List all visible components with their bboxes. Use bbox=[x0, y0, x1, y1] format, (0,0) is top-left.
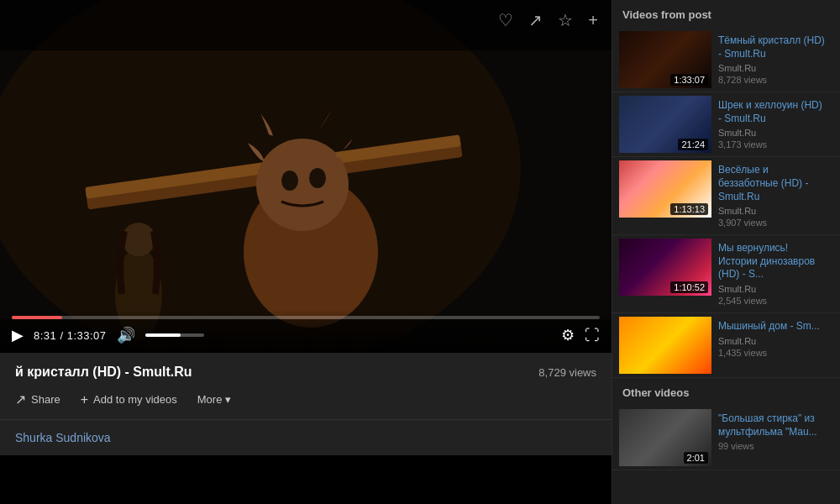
volume-button[interactable]: 🔊 bbox=[117, 326, 135, 344]
sidebar-views: 8,728 views bbox=[718, 75, 827, 85]
time-display: 8:31 / 1:33:07 bbox=[34, 329, 107, 342]
other-videos-list: 2:01 "Большая стирка" из мультфильма "Мa… bbox=[612, 406, 840, 470]
progress-bar[interactable] bbox=[12, 316, 600, 319]
share-button-top[interactable]: ↗ bbox=[528, 10, 543, 30]
other-videos-title: Other videos bbox=[612, 378, 840, 406]
add-button-top[interactable]: + bbox=[588, 11, 598, 30]
video-title-row: й кристалл (HD) - Smult.Ru 8,729 views bbox=[15, 365, 596, 380]
volume-fill bbox=[145, 333, 181, 337]
controls-row: ▶ 8:31 / 1:33:07 🔊 ⚙ ⛶ bbox=[12, 326, 600, 344]
sidebar-video-item[interactable]: 21:24 Шрек и хеллоуин (HD) - Smult.Ru Sm… bbox=[612, 92, 840, 157]
thumbnail-duration: 2:01 bbox=[684, 452, 708, 464]
video-title: й кристалл (HD) - Smult.Ru bbox=[15, 365, 192, 380]
sidebar-video-item[interactable]: 1:10:52 Мы вернулись! Истории динозавров… bbox=[612, 235, 840, 313]
play-pause-button[interactable]: ▶ bbox=[12, 326, 24, 344]
video-thumbnail: 2:01 bbox=[619, 409, 711, 466]
video-meta: Шрек и хеллоуин (HD) - Smult.Ru Smult.Ru… bbox=[711, 96, 833, 153]
sidebar-video-item[interactable]: 1:33:07 Тёмный кристалл (HD) - Smult.Ru … bbox=[612, 28, 840, 92]
sidebar-video-title: Мышиный дом - Sm... bbox=[718, 320, 827, 333]
video-thumbnail: 1:13:13 bbox=[619, 160, 711, 218]
sidebar-channel: Smult.Ru bbox=[718, 284, 827, 294]
sidebar-video-title: Тёмный кристалл (HD) - Smult.Ru bbox=[718, 34, 827, 60]
sidebar-views: 3,907 views bbox=[718, 218, 827, 228]
from-post-title: Videos from post bbox=[612, 0, 840, 28]
video-frame-art bbox=[0, 0, 612, 353]
video-info-bar: й кристалл (HD) - Smult.Ru 8,729 views ↗… bbox=[0, 353, 612, 420]
sidebar-video-title: Мы вернулись! Истории динозавров (HD) - … bbox=[718, 242, 827, 281]
sidebar-views: 2,545 views bbox=[718, 296, 827, 306]
volume-slider[interactable] bbox=[145, 333, 204, 337]
share-icon: ↗ bbox=[15, 391, 26, 407]
more-button[interactable]: More ▾ bbox=[197, 390, 232, 409]
more-label: More bbox=[197, 393, 223, 406]
video-thumbnail: 1:33:07 bbox=[619, 31, 711, 88]
svg-point-9 bbox=[309, 168, 326, 188]
video-bottom-bar: ▶ 8:31 / 1:33:07 🔊 ⚙ ⛶ bbox=[0, 309, 612, 353]
video-meta: Весёлые и беззаботные (HD) - Smult.Ru Sm… bbox=[711, 160, 833, 231]
video-container[interactable]: ♡ ↗ ☆ + ▶ 8:31 / 1:33:07 🔊 bbox=[0, 0, 612, 353]
like-button[interactable]: ♡ bbox=[498, 10, 513, 30]
sidebar-views: 1,435 views bbox=[718, 348, 827, 358]
share-label: Share bbox=[31, 393, 60, 406]
star-button[interactable]: ☆ bbox=[558, 10, 573, 30]
sidebar-video-title: Шрек и хеллоуин (HD) - Smult.Ru bbox=[718, 99, 827, 125]
player-section: ♡ ↗ ☆ + ▶ 8:31 / 1:33:07 🔊 bbox=[0, 0, 612, 504]
sidebar-video-item[interactable]: Мышиный дом - Sm... Smult.Ru 1,435 views bbox=[612, 313, 840, 378]
sidebar-views: 99 views bbox=[718, 441, 827, 451]
video-meta: Мышиный дом - Sm... Smult.Ru 1,435 views bbox=[711, 317, 833, 374]
add-label: Add to my videos bbox=[93, 393, 177, 406]
video-thumbnail: 21:24 bbox=[619, 96, 711, 153]
video-thumbnail: 1:10:52 bbox=[619, 239, 711, 296]
svg-point-7 bbox=[256, 139, 349, 231]
thumbnail-duration: 1:13:13 bbox=[670, 203, 708, 215]
chevron-down-icon: ▾ bbox=[225, 393, 231, 406]
thumbnail-duration: 21:24 bbox=[678, 139, 708, 150]
sidebar-video-item[interactable]: 2:01 "Большая стирка" из мультфильма "Мa… bbox=[612, 406, 840, 470]
sidebar-channel: Smult.Ru bbox=[718, 63, 827, 73]
sidebar: Videos from post 1:33:07 Тёмный кристалл… bbox=[612, 0, 840, 504]
video-meta: Мы вернулись! Истории динозавров (HD) - … bbox=[711, 239, 833, 309]
share-button[interactable]: ↗ Share bbox=[15, 388, 71, 411]
from-post-list: 1:33:07 Тёмный кристалл (HD) - Smult.Ru … bbox=[612, 28, 840, 378]
sidebar-video-item[interactable]: 1:13:13 Весёлые и беззаботные (HD) - Smu… bbox=[612, 157, 840, 235]
plus-icon: + bbox=[81, 392, 88, 407]
video-views: 8,729 views bbox=[538, 366, 596, 379]
add-to-videos-button[interactable]: + Add to my videos bbox=[81, 389, 187, 411]
fullscreen-button[interactable]: ⛶ bbox=[585, 327, 600, 344]
video-actions-row: ↗ Share + Add to my videos More ▾ bbox=[15, 388, 596, 411]
sidebar-channel: Smult.Ru bbox=[718, 128, 827, 138]
sidebar-channel: Smult.Ru bbox=[718, 336, 827, 346]
author-name[interactable]: Shurka Sudnikova bbox=[15, 431, 111, 444]
svg-point-5 bbox=[122, 223, 155, 256]
thumbnail-duration: 1:33:07 bbox=[670, 74, 708, 86]
video-meta: Тёмный кристалл (HD) - Smult.Ru Smult.Ru… bbox=[711, 31, 833, 88]
thumbnail-duration: 1:10:52 bbox=[670, 281, 708, 293]
video-thumbnail bbox=[619, 317, 711, 374]
video-top-controls: ♡ ↗ ☆ + bbox=[498, 10, 598, 30]
sidebar-views: 3,173 views bbox=[718, 139, 827, 150]
video-meta: "Большая стирка" из мультфильма "Мau... … bbox=[711, 409, 833, 466]
total-time: 1:33:07 bbox=[67, 329, 107, 342]
time-separator: / bbox=[60, 329, 66, 342]
sidebar-video-title: "Большая стирка" из мультфильма "Мau... bbox=[718, 412, 827, 438]
author-bar: Shurka Sudnikova bbox=[0, 420, 612, 455]
progress-fill bbox=[12, 316, 62, 319]
svg-point-8 bbox=[281, 171, 298, 191]
current-time: 8:31 bbox=[34, 329, 56, 342]
sidebar-video-title: Весёлые и беззаботные (HD) - Smult.Ru bbox=[718, 164, 827, 203]
video-scene bbox=[0, 0, 612, 353]
settings-button[interactable]: ⚙ bbox=[561, 326, 575, 344]
sidebar-channel: Smult.Ru bbox=[718, 206, 827, 216]
